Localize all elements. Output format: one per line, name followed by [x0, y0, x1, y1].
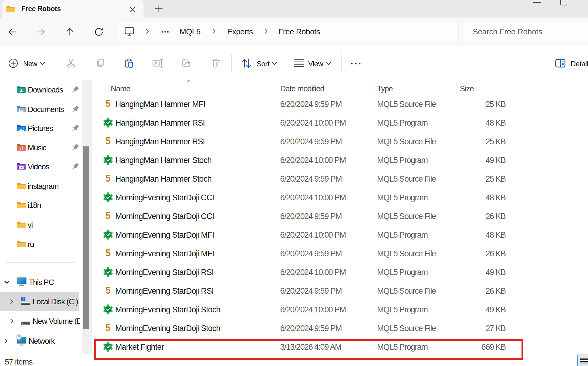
svg-text:A: A	[154, 61, 158, 66]
